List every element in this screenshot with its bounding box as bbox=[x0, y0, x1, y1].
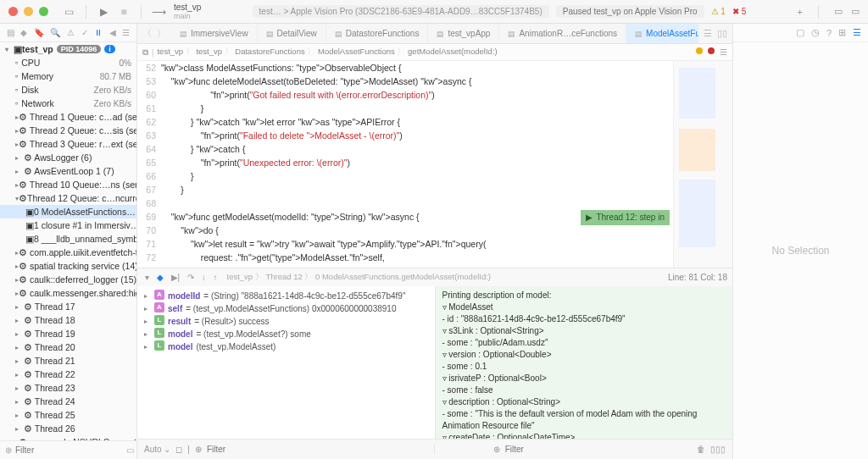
console-filter-input[interactable] bbox=[505, 445, 573, 454]
console-view[interactable]: Printing description of model:▿ ModelAss… bbox=[436, 286, 733, 439]
thread-row[interactable]: ▸⚙ AwsEventLoop 1 (7) bbox=[0, 164, 136, 178]
source-editor[interactable]: 5253606162636465666768697071727374757677… bbox=[137, 61, 732, 268]
metric-row[interactable]: ▫Memory80.7 MB bbox=[0, 69, 136, 83]
thread-row[interactable]: ▸⚙ AwsLogger (6) bbox=[0, 151, 136, 164]
warning-indicator[interactable] bbox=[696, 47, 703, 54]
stack-frame-0[interactable]: ▣ 0 ModelAssetFunctions… ✕ bbox=[0, 205, 136, 218]
console-panes-icon[interactable]: ▯▯▯ bbox=[710, 445, 726, 454]
thread-row[interactable]: ▸⚙ Thread 1 Queue: c…ad (serial) bbox=[0, 110, 136, 124]
editor-tab[interactable]: ▤DetailView bbox=[258, 24, 326, 43]
thread-row[interactable]: ▸⚙ caulk::deferred_logger (15) bbox=[0, 273, 136, 286]
vars-view-icon[interactable]: ◻ bbox=[175, 445, 182, 454]
thread-row[interactable]: ▾⚙ Thread 12 Queue: c…ncurrent)● bbox=[0, 191, 136, 205]
file-inspector-icon[interactable]: ▢ bbox=[796, 27, 804, 38]
source-control-nav-icon[interactable]: ◆ bbox=[20, 28, 27, 37]
jump-bar[interactable]: ⧉ | test_vp 〉 test_vp 〉 DatastoreFunctio… bbox=[137, 44, 732, 61]
bookmarks-nav-icon[interactable]: 🔖 bbox=[34, 28, 44, 37]
jump-menu-icon[interactable]: ☰ bbox=[720, 47, 727, 57]
filter-opt-1[interactable]: ▭ bbox=[126, 445, 134, 455]
thread-row[interactable]: ▸⚙ Thread 26 bbox=[0, 422, 136, 435]
breakpoints-nav-icon[interactable]: ◀ bbox=[109, 28, 116, 37]
project-nav-icon[interactable]: ▤ bbox=[7, 28, 14, 37]
thread-row[interactable]: ▸⚙ Thread 2 Queue: c…sis (serial) bbox=[0, 124, 136, 137]
zoom-window[interactable] bbox=[39, 7, 48, 16]
library-icon[interactable]: ▭ bbox=[834, 6, 843, 17]
vars-scope[interactable]: Auto ⌄ bbox=[144, 445, 170, 454]
history-inspector-icon[interactable]: ◷ bbox=[811, 27, 820, 38]
add-button[interactable]: + bbox=[798, 7, 803, 17]
thread-row[interactable]: ▸⚙ Thread 17 bbox=[0, 300, 136, 313]
minimap[interactable] bbox=[673, 61, 732, 268]
toggle-inspector-icon[interactable]: ▭ bbox=[851, 6, 860, 17]
toggle-navigator-icon[interactable]: ▭ bbox=[62, 6, 75, 18]
editor-tab[interactable]: ▤ModelAssetFunctions bbox=[626, 24, 698, 43]
warnings-badge[interactable]: ⚠︎ 1 bbox=[711, 7, 726, 16]
variable-row[interactable]: ▸A modelId = (String) "888a1621-14d8-4c9… bbox=[144, 290, 428, 302]
thread-row[interactable]: ▸⚙ Thread 21 bbox=[0, 354, 136, 368]
thread-row[interactable]: ▸⚙ Thread 3 Queue: r…ext (serial) bbox=[0, 137, 136, 151]
error-indicator[interactable] bbox=[708, 47, 715, 54]
scheme-selector[interactable]: test_vp main bbox=[174, 3, 201, 21]
close-window[interactable] bbox=[8, 7, 18, 16]
tests-nav-icon[interactable]: ✓ bbox=[81, 28, 88, 37]
debug-breadcrumb[interactable]: test_vp 〉 Thread 12 〉 0 ModelAssetFuncti… bbox=[227, 272, 661, 283]
run-button[interactable]: ▶ bbox=[97, 6, 110, 18]
errors-badge[interactable]: ✖ 5 bbox=[732, 7, 746, 16]
back-icon[interactable]: 〈 bbox=[142, 27, 152, 40]
console-clear-icon[interactable]: 🗑 bbox=[697, 445, 705, 454]
thread-row[interactable]: ▸⚙ com.apple.uikit.eventfetch-th… bbox=[0, 246, 136, 259]
help-inspector-icon[interactable]: ? bbox=[826, 28, 832, 38]
variable-row[interactable]: ▸L model = (test_vp.ModelAsset?) some bbox=[144, 328, 428, 340]
selection-inspector-icon[interactable]: ☰ bbox=[853, 27, 861, 38]
process-row[interactable]: ▾▣ test_vp PID 14096 i bbox=[0, 42, 136, 56]
variable-row[interactable]: ▸L model (test_vp.ModelAsset) bbox=[144, 340, 428, 353]
thread-row[interactable]: ▸⚙ caulk.messenger.shared:high:… bbox=[0, 286, 136, 300]
step-in-badge[interactable]: ▶ Thread 12: step in bbox=[581, 210, 670, 225]
thread-row[interactable]: ▸⚙ Thread 22 bbox=[0, 368, 136, 381]
editor-tab[interactable]: ▤test_vpApp bbox=[428, 24, 499, 43]
scheme-icon[interactable]: ⟶ bbox=[152, 6, 165, 18]
editor-menu-icon[interactable]: ☰ bbox=[704, 28, 712, 39]
console-filter-icon[interactable]: ⊕ bbox=[493, 445, 500, 454]
editor-tab[interactable]: ▤ImmersiveView bbox=[171, 24, 258, 43]
vars-filter-icon[interactable]: ⊕ bbox=[195, 445, 202, 454]
step-into-icon[interactable]: ↓ bbox=[202, 273, 206, 282]
thread-row[interactable]: ▸⚙ Thread 20 bbox=[0, 340, 136, 354]
filter-input[interactable] bbox=[15, 445, 123, 455]
split-editor-icon[interactable]: ▯▯ bbox=[717, 28, 727, 39]
related-items-icon[interactable]: ⧉ bbox=[142, 47, 148, 58]
step-over-icon[interactable]: ↷ bbox=[187, 273, 194, 282]
metric-row[interactable]: ▫DiskZero KB/s bbox=[0, 83, 136, 97]
minimize-window[interactable] bbox=[24, 7, 33, 16]
find-nav-icon[interactable]: 🔍 bbox=[50, 28, 60, 37]
thread-row[interactable]: ▸⚙ spatial tracking service (14) bbox=[0, 259, 136, 273]
debug-nav-icon[interactable]: ⏸ bbox=[94, 28, 103, 37]
continue-icon[interactable]: ▶| bbox=[171, 273, 181, 282]
vars-filter-input[interactable] bbox=[207, 445, 275, 454]
metric-row[interactable]: ▫CPU0% bbox=[0, 56, 136, 69]
variables-view[interactable]: ▸A modelId = (String) "888a1621-14d8-4c9… bbox=[137, 286, 436, 439]
hide-debug-icon[interactable]: ▾ bbox=[145, 273, 149, 282]
editor-tab[interactable]: ▤AnimationR…ceFunctions bbox=[499, 24, 626, 43]
stack-frame-8[interactable]: ▣ 8 ___lldb_unnamed_symbo… bbox=[0, 232, 136, 246]
forward-icon[interactable]: 〉 bbox=[157, 27, 166, 40]
stack-frame-1[interactable]: ▣ 1 closure #1 in Immersiv… bbox=[0, 218, 136, 232]
variable-row[interactable]: ▸A self = (test_vp.ModelAssetFunctions) … bbox=[144, 302, 428, 315]
variable-row[interactable]: ▸L result = (Result>) success bbox=[144, 315, 428, 328]
breakpoints-toggle[interactable]: ◆ bbox=[157, 273, 164, 282]
run-destination[interactable]: test… > Apple Vision Pro (3DSC2186-63E9-… bbox=[253, 5, 549, 18]
step-out-icon[interactable]: ↑ bbox=[214, 273, 218, 282]
reports-nav-icon[interactable]: ☰ bbox=[122, 28, 130, 37]
thread-row[interactable]: ▸⚙ Thread 18 bbox=[0, 313, 136, 327]
thread-row[interactable]: ▸⚙ Thread 19 bbox=[0, 327, 136, 340]
metric-row[interactable]: ▫NetworkZero KB/s bbox=[0, 97, 136, 110]
editor-tab[interactable]: ▤DatastoreFunctions bbox=[326, 24, 429, 43]
thread-row[interactable]: ▸⚙ Thread 24 bbox=[0, 395, 136, 408]
thread-row[interactable]: ▸⚙ Thread 10 Queue:…ns (serial) bbox=[0, 178, 136, 191]
thread-row[interactable]: ▸⚙ Thread 23 bbox=[0, 381, 136, 395]
issues-nav-icon[interactable]: ⚠︎ bbox=[67, 28, 75, 37]
thread-row[interactable]: ▸⚙ Thread 25 bbox=[0, 408, 136, 422]
attrs-inspector-icon[interactable]: ⊞ bbox=[838, 27, 846, 38]
filter-icon[interactable]: ⊕ bbox=[5, 445, 12, 455]
stop-button[interactable]: ■ bbox=[117, 6, 131, 18]
